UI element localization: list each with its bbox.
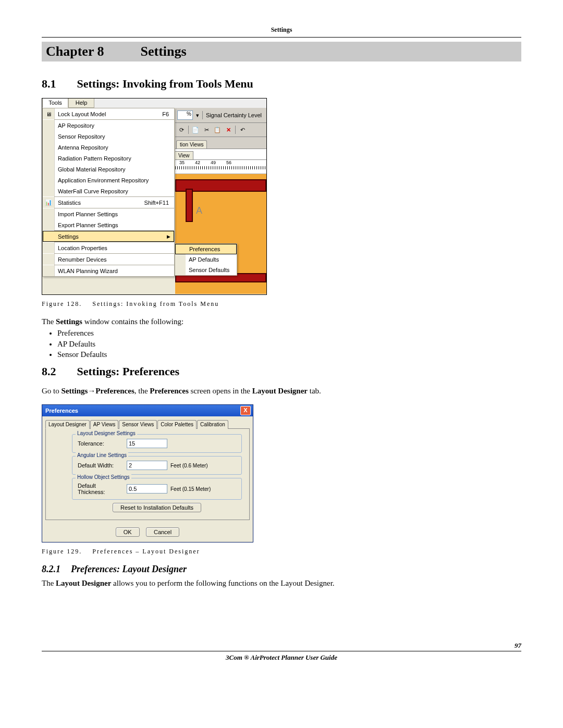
paragraph-settings-contains: The Settings window contains the followi… bbox=[42, 316, 521, 327]
preferences-tabs: Layout Designer AP Views Sensor Views Co… bbox=[45, 419, 250, 429]
ruler-num: 35 bbox=[179, 160, 185, 165]
top-rule bbox=[42, 37, 521, 38]
running-head: Settings bbox=[42, 26, 521, 34]
menu-label: Sensor Repository bbox=[55, 133, 174, 140]
tolerance-label: Tolerance: bbox=[78, 440, 124, 447]
floorplan-background: A bbox=[175, 174, 266, 294]
list-item: AP Defaults bbox=[57, 339, 521, 349]
undo-icon[interactable]: ↶ bbox=[238, 126, 247, 134]
menubar: Tools Help bbox=[42, 98, 266, 108]
page-footer: 97 3Com ® AirProtect Planner User Guide bbox=[42, 651, 521, 662]
group-layout-designer-settings: Layout Designer Settings Tolerance: bbox=[72, 434, 242, 453]
chapter-label: Chapter 8 bbox=[46, 44, 104, 59]
section-8-1-heading: 8.1 Settings: Invoking from Tools Menu bbox=[42, 77, 521, 91]
menu-label: Statistics bbox=[55, 200, 144, 206]
tab-color-palettes[interactable]: Color Palettes bbox=[157, 420, 197, 429]
menu-label: Import Planner Settings bbox=[55, 211, 174, 217]
thickness-unit: Feet (0.15 Meter) bbox=[170, 486, 211, 492]
menu-item-ap-repository[interactable]: AP Repository bbox=[43, 120, 174, 131]
menu-accel: F6 bbox=[162, 111, 174, 117]
cancel-button[interactable]: Cancel bbox=[146, 527, 179, 537]
tab-calibration[interactable]: Calibration bbox=[197, 420, 228, 429]
tolerance-input[interactable] bbox=[127, 439, 167, 448]
figure-128-screenshot: Tools Help % ▾ Signal Certainty Level ⟳ … bbox=[42, 98, 267, 295]
submenu-item-sensor-defaults[interactable]: Sensor Defaults bbox=[175, 265, 237, 275]
copy-icon[interactable]: 📄 bbox=[191, 126, 200, 134]
paste-icon[interactable]: 📋 bbox=[213, 126, 222, 134]
tab-sensor-views[interactable]: Sensor Views bbox=[119, 420, 157, 429]
page-number: 97 bbox=[515, 641, 521, 650]
submenu-item-ap-defaults[interactable]: AP Defaults bbox=[175, 254, 237, 265]
group-angular-line-settings: Angular Line Settings Default Width: Fee… bbox=[72, 456, 242, 475]
menu-item-statistics[interactable]: 📊 Statistics Shift+F11 bbox=[43, 197, 174, 208]
reset-defaults-button[interactable]: Reset to Installation Defaults bbox=[113, 503, 201, 512]
list-item: Sensor Defaults bbox=[57, 349, 521, 360]
default-width-input[interactable] bbox=[127, 461, 167, 470]
submenu-arrow-icon: ▶ bbox=[167, 234, 174, 239]
group-legend: Hollow Object Settings bbox=[76, 474, 131, 480]
menu-tools[interactable]: Tools bbox=[42, 98, 68, 108]
subtab-view[interactable]: View bbox=[175, 151, 193, 159]
caption-text: Settings: Invoking from Tools Menu bbox=[92, 300, 219, 307]
menu-item-antenna-repository[interactable]: Antenna Repository bbox=[43, 142, 174, 153]
tab-layout-designer[interactable]: Layout Designer bbox=[45, 420, 90, 429]
menu-help[interactable]: Help bbox=[68, 98, 94, 108]
ruler: 35 42 49 56 bbox=[175, 160, 266, 174]
settings-bullet-list: Preferences AP Defaults Sensor Defaults bbox=[42, 328, 521, 360]
section-8-2-heading: 8.2 Settings: Preferences bbox=[42, 365, 521, 378]
figure-129-dialog: Preferences X Layout Designer AP Views S… bbox=[42, 404, 253, 542]
menu-item-waterfall-repository[interactable]: WaterFall Curve Repository bbox=[43, 186, 174, 196]
tab-ap-views[interactable]: AP Views bbox=[90, 420, 118, 429]
ruler-num: 42 bbox=[195, 160, 200, 165]
menu-label: Lock Layout Model bbox=[55, 111, 162, 117]
menu-item-global-material-repository[interactable]: Global Material Repository bbox=[43, 164, 174, 175]
tab-panel-layout-designer: Layout Designer Settings Tolerance: Angu… bbox=[45, 429, 250, 520]
section-number: 8.2 bbox=[42, 365, 56, 378]
menu-label: Global Material Repository bbox=[55, 166, 174, 172]
submenu-label: AP Defaults bbox=[186, 256, 237, 263]
menu-item-sensor-repository[interactable]: Sensor Repository bbox=[43, 131, 174, 142]
zoom-field[interactable]: % bbox=[177, 110, 193, 120]
cut-icon[interactable]: ✂ bbox=[202, 126, 211, 134]
section-title: Settings: Invoking from Tools Menu bbox=[77, 77, 253, 91]
ok-button[interactable]: OK bbox=[116, 527, 140, 537]
ruler-num: 56 bbox=[226, 160, 231, 165]
group-hollow-object-settings: Hollow Object Settings Default Thickness… bbox=[72, 478, 242, 500]
signal-certainty-label: Signal Certainty Level bbox=[206, 112, 262, 118]
menu-item-settings[interactable]: Settings ▶ bbox=[43, 231, 174, 242]
figure-128-caption: Figure 128. Settings: Invoking from Tool… bbox=[42, 300, 521, 308]
menu-label: AP Repository bbox=[55, 122, 174, 129]
menu-label: Antenna Repository bbox=[55, 144, 174, 151]
dialog-title: Preferences bbox=[44, 408, 240, 414]
submenu-label: Sensor Defaults bbox=[186, 267, 237, 273]
menu-item-wlan-wizard[interactable]: WLAN Planning Wizard bbox=[43, 265, 174, 276]
group-legend: Layout Designer Settings bbox=[76, 430, 137, 436]
section-title: Preferences: Layout Designer bbox=[71, 564, 187, 575]
refresh-icon[interactable]: ⟳ bbox=[177, 126, 186, 134]
menu-item-renumber-devices[interactable]: Renumber Devices bbox=[43, 254, 174, 265]
menu-item-import-settings[interactable]: Import Planner Settings bbox=[43, 208, 174, 219]
width-unit: Feet (0.6 Meter) bbox=[170, 463, 208, 468]
submenu-label: Preferences bbox=[186, 246, 236, 252]
menu-item-app-env-repository[interactable]: Application Environment Repository bbox=[43, 175, 174, 186]
tab-tion-views[interactable]: tion Views bbox=[176, 140, 207, 149]
caption-label: Figure 129. bbox=[42, 548, 82, 555]
default-thickness-input[interactable] bbox=[127, 484, 167, 493]
ruler-num: 49 bbox=[211, 160, 216, 165]
menu-label: Radiation Pattern Repository bbox=[55, 155, 174, 162]
menu-item-radiation-pattern-repository[interactable]: Radiation Pattern Repository bbox=[43, 153, 174, 164]
menu-item-lock-layout-model[interactable]: 🖥 Lock Layout Model F6 bbox=[43, 108, 174, 119]
menu-label: WaterFall Curve Repository bbox=[55, 188, 174, 194]
delete-icon[interactable]: ✕ bbox=[224, 126, 232, 134]
menu-item-export-settings[interactable]: Export Planner Settings bbox=[43, 219, 174, 230]
paragraph-goto-preferences: Go to Settings→Preferences, the Preferen… bbox=[42, 386, 521, 396]
close-button[interactable]: X bbox=[240, 406, 251, 415]
chapter-heading: Chapter 8 Settings bbox=[42, 42, 521, 61]
menu-label: WLAN Planning Wizard bbox=[55, 268, 174, 274]
menu-label: Renumber Devices bbox=[55, 256, 174, 263]
section-number: 8.2.1 bbox=[42, 564, 60, 575]
chapter-title: Settings bbox=[140, 44, 186, 59]
section-title: Settings: Preferences bbox=[77, 365, 180, 378]
submenu-item-preferences[interactable]: Preferences bbox=[175, 244, 237, 254]
menu-item-location-properties[interactable]: Location Properties bbox=[43, 242, 174, 253]
